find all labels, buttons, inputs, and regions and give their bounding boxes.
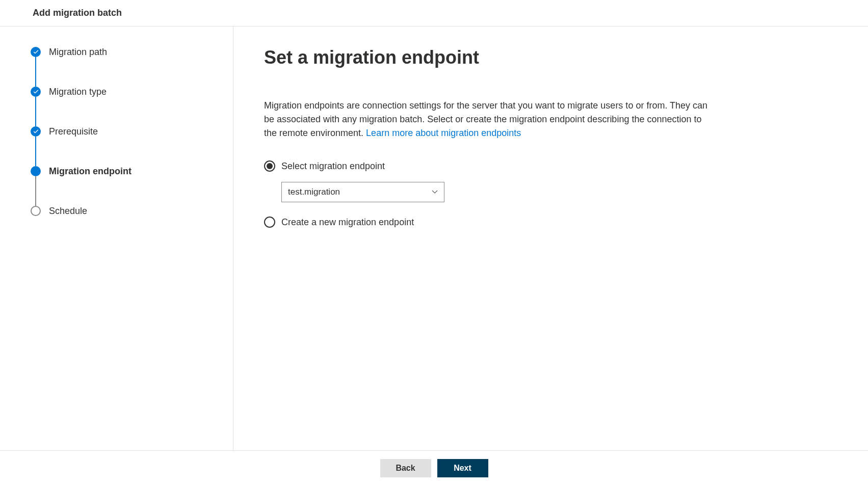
step-label: Schedule (49, 206, 87, 216)
step-connector (35, 57, 36, 87)
page-title: Set a migration endpoint (264, 47, 713, 68)
main-container: Migration path Migration type Prerequisi… (0, 26, 868, 450)
radio-icon[interactable] (264, 160, 275, 172)
step-migration-endpoint[interactable]: Migration endpoint (31, 166, 202, 206)
radio-label: Select migration endpoint (281, 161, 385, 172)
step-label: Migration endpoint (49, 166, 131, 176)
check-icon (31, 126, 41, 137)
header-title: Add migration batch (33, 8, 122, 18)
radio-group: Select migration endpoint test.migration… (264, 160, 713, 228)
radio-create-endpoint[interactable]: Create a new migration endpoint (264, 217, 713, 228)
step-migration-type[interactable]: Migration type (31, 87, 202, 126)
footer: Back Next (0, 450, 868, 485)
learn-more-link[interactable]: Learn more about migration endpoints (366, 128, 521, 138)
step-migration-path[interactable]: Migration path (31, 47, 202, 87)
step-connector (35, 137, 36, 166)
radio-icon[interactable] (264, 217, 275, 228)
next-button[interactable]: Next (437, 459, 488, 477)
check-icon (31, 87, 41, 97)
page-header: Add migration batch (0, 0, 868, 26)
description: Migration endpoints are connection setti… (264, 99, 713, 140)
radio-select-endpoint[interactable]: Select migration endpoint (264, 160, 713, 172)
step-prerequisite[interactable]: Prerequisite (31, 126, 202, 166)
main-content: Set a migration endpoint Migration endpo… (233, 26, 743, 450)
step-schedule[interactable]: Schedule (31, 206, 202, 216)
wizard-sidebar: Migration path Migration type Prerequisi… (0, 26, 233, 450)
step-label: Migration path (49, 47, 107, 57)
step-list: Migration path Migration type Prerequisi… (31, 47, 202, 216)
pending-step-icon (31, 206, 41, 216)
dropdown-value: test.migration (288, 187, 340, 197)
select-wrapper: test.migration (281, 182, 713, 202)
step-connector (35, 176, 36, 206)
back-button[interactable]: Back (380, 459, 431, 477)
step-label: Prerequisite (49, 126, 98, 137)
current-step-icon (31, 166, 41, 176)
chevron-down-icon (432, 190, 438, 194)
endpoint-dropdown[interactable]: test.migration (281, 182, 444, 202)
check-icon (31, 47, 41, 57)
step-connector (35, 97, 36, 126)
step-label: Migration type (49, 87, 107, 97)
radio-label: Create a new migration endpoint (281, 217, 414, 228)
